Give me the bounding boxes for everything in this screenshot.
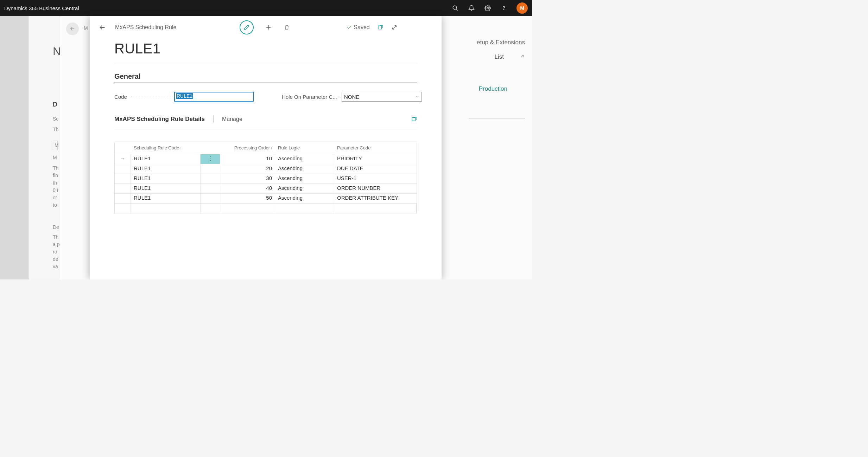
section-underline [114, 83, 417, 83]
bg-left-de: De [53, 224, 59, 231]
grid-header: Scheduling Rule Code↑ Processing Order↑ … [115, 143, 417, 154]
dialog-right-icons [377, 24, 398, 31]
title-underline [114, 63, 417, 63]
bg-right-setup: etup & Extensions [477, 39, 525, 46]
cell-order[interactable]: 50 [220, 194, 275, 203]
bg-crumb: M [84, 25, 88, 31]
row-menu-button[interactable] [201, 184, 220, 193]
topbar-actions: M [452, 2, 528, 14]
svg-rect-7 [412, 117, 415, 121]
manage-link[interactable]: Manage [222, 116, 242, 122]
app-topbar: Dynamics 365 Business Central M [0, 0, 532, 16]
row-menu-button[interactable]: ⋮ [201, 154, 220, 164]
bg-left-para2: Th a p ro de va [53, 233, 59, 270]
cell-param[interactable]: ORDER NUMBER [334, 184, 417, 193]
dialog-header: MxAPS Scheduling Rule Saved [90, 16, 442, 39]
bg-right-divider [469, 118, 525, 118]
saved-label: Saved [354, 24, 369, 31]
bg-left-d: D [53, 100, 57, 109]
col-menu [201, 143, 220, 154]
cell-param[interactable]: USER-1 [334, 174, 417, 184]
help-icon[interactable] [500, 5, 507, 12]
sub-expand-icon[interactable] [411, 116, 417, 122]
delete-button[interactable] [283, 24, 290, 31]
cell-order[interactable]: 10 [220, 154, 275, 164]
code-label: Code [114, 94, 174, 100]
new-button[interactable] [265, 24, 272, 31]
cell-logic[interactable]: Ascending [275, 174, 334, 184]
row-menu-button[interactable] [201, 164, 220, 174]
table-row[interactable]: RULE130AscendingUSER-1 [115, 174, 417, 184]
cell-order[interactable]: 20 [220, 164, 275, 174]
gear-icon[interactable] [484, 5, 491, 12]
edit-button[interactable] [240, 20, 254, 34]
bg-left-sc: Sc [53, 115, 58, 123]
row-indicator [115, 174, 131, 184]
bg-back-button-2[interactable] [66, 22, 79, 35]
cell-order[interactable]: 30 [220, 174, 275, 184]
bg-left-m: M [53, 141, 58, 150]
col-header-code[interactable]: Scheduling Rule Code↑ [131, 143, 201, 154]
dialog-back-button[interactable] [95, 20, 109, 34]
popout-icon[interactable] [377, 24, 384, 31]
sub-header: MxAPS Scheduling Rule Details Manage [114, 116, 417, 123]
cell-order[interactable]: 40 [220, 184, 275, 193]
param-select[interactable]: NONE [342, 92, 422, 102]
cell-logic[interactable]: Ascending [275, 164, 334, 174]
cell-code[interactable]: RULE1 [131, 194, 201, 203]
form-row: Code RULE1 Hole On Parameter C... NONE [114, 92, 417, 102]
dialog-breadcrumb: MxAPS Scheduling Rule [115, 24, 176, 31]
cell-logic[interactable]: Ascending [275, 184, 334, 193]
cell-code[interactable]: RULE1 [131, 174, 201, 184]
bg-right-expand-icon[interactable] [519, 53, 525, 59]
chevron-down-icon [415, 95, 419, 99]
table-row[interactable]: RULE150AscendingORDER ATTRIBUTE KEY [115, 193, 417, 203]
bg-left-n: N [53, 43, 61, 60]
page-title: RULE1 [114, 41, 417, 57]
sub-title: MxAPS Scheduling Rule Details [114, 116, 214, 123]
cell-logic[interactable]: Ascending [275, 154, 334, 164]
table-row[interactable]: RULE120AscendingDUE DATE [115, 164, 417, 174]
row-indicator: → [115, 154, 131, 164]
table-row[interactable]: →RULE1⋮10AscendingPRIORITY [115, 154, 417, 164]
cell-code[interactable]: RULE1 [131, 164, 201, 174]
rule-details-grid: Scheduling Rule Code↑ Processing Order↑ … [114, 143, 417, 213]
param-field: Hole On Parameter C... NONE [282, 92, 422, 102]
dialog-body: RULE1 General Code RULE1 Hole On Paramet… [90, 41, 442, 213]
section-general-title: General [114, 72, 417, 81]
code-input[interactable]: RULE1 [174, 92, 254, 102]
row-menu-button[interactable] [201, 194, 220, 203]
cell-code[interactable]: RULE1 [131, 154, 201, 164]
search-icon[interactable] [452, 5, 459, 12]
col-header-logic[interactable]: Rule Logic [275, 143, 334, 154]
row-indicator [115, 184, 131, 193]
svg-point-3 [503, 9, 504, 9]
expand-icon[interactable] [391, 24, 398, 31]
user-avatar[interactable]: M [517, 2, 528, 14]
row-indicator [115, 194, 131, 203]
code-input-value: RULE1 [176, 93, 193, 99]
bg-right-production: Production [479, 85, 507, 92]
cell-logic[interactable]: Ascending [275, 194, 334, 203]
param-label: Hole On Parameter C... [282, 94, 342, 100]
col-arrow [115, 143, 131, 154]
bg-left-m2: M [53, 154, 57, 161]
bg-left-para1: Th fin th 0 i ot to [53, 165, 58, 209]
cell-param[interactable]: DUE DATE [334, 164, 417, 174]
sub-underline [114, 129, 417, 129]
cell-code[interactable]: RULE1 [131, 184, 201, 193]
bell-icon[interactable] [468, 5, 475, 12]
rule-dialog: MxAPS Scheduling Rule Saved RULE1 Genera… [90, 16, 442, 279]
saved-indicator: Saved [347, 24, 369, 31]
svg-line-1 [456, 9, 458, 11]
row-menu-button[interactable] [201, 174, 220, 184]
svg-rect-6 [378, 26, 381, 29]
grid-empty-row [115, 203, 417, 213]
col-header-param[interactable]: Parameter Code [334, 143, 417, 154]
col-header-order[interactable]: Processing Order↑ [220, 143, 275, 154]
param-value: NONE [344, 94, 359, 100]
cell-param[interactable]: ORDER ATTRIBUTE KEY [334, 194, 417, 203]
table-row[interactable]: RULE140AscendingORDER NUMBER [115, 184, 417, 193]
code-field: Code RULE1 [114, 92, 254, 102]
cell-param[interactable]: PRIORITY [334, 154, 417, 164]
